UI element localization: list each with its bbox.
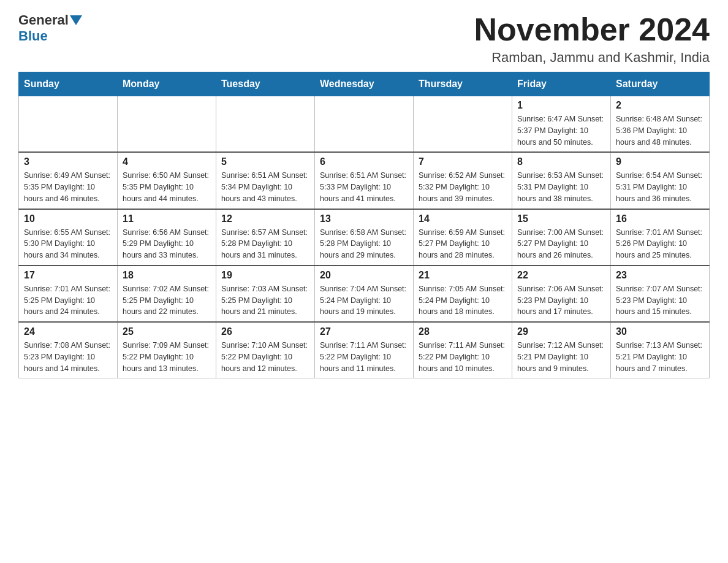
calendar-cell: 7Sunrise: 6:52 AM Sunset: 5:32 PM Daylig… [414, 152, 512, 209]
day-info: Sunrise: 6:50 AM Sunset: 5:35 PM Dayligh… [123, 170, 211, 204]
day-number: 12 [221, 213, 309, 224]
day-info: Sunrise: 7:04 AM Sunset: 5:24 PM Dayligh… [320, 283, 408, 318]
calendar-cell: 19Sunrise: 7:03 AM Sunset: 5:25 PM Dayli… [216, 266, 315, 322]
calendar-cell: 2Sunrise: 6:48 AM Sunset: 5:36 PM Daylig… [611, 96, 710, 153]
calendar-cell: 18Sunrise: 7:02 AM Sunset: 5:25 PM Dayli… [118, 266, 216, 322]
calendar-cell: 5Sunrise: 6:51 AM Sunset: 5:34 PM Daylig… [216, 152, 315, 209]
calendar-cell: 10Sunrise: 6:55 AM Sunset: 5:30 PM Dayli… [19, 209, 118, 266]
day-info: Sunrise: 6:52 AM Sunset: 5:32 PM Dayligh… [419, 170, 507, 204]
day-number: 28 [419, 326, 507, 337]
week-row-1: 1Sunrise: 6:47 AM Sunset: 5:37 PM Daylig… [19, 96, 710, 153]
day-info: Sunrise: 6:56 AM Sunset: 5:29 PM Dayligh… [123, 227, 211, 261]
calendar-cell: 8Sunrise: 6:53 AM Sunset: 5:31 PM Daylig… [512, 152, 611, 209]
header-day-saturday: Saturday [611, 72, 710, 96]
day-info: Sunrise: 6:48 AM Sunset: 5:36 PM Dayligh… [616, 113, 704, 148]
calendar-cell: 29Sunrise: 7:12 AM Sunset: 5:21 PM Dayli… [512, 322, 611, 378]
header-row: SundayMondayTuesdayWednesdayThursdayFrid… [19, 72, 710, 96]
logo-blue: Blue [18, 28, 48, 44]
calendar-cell: 23Sunrise: 7:07 AM Sunset: 5:23 PM Dayli… [611, 266, 710, 322]
logo-blue-text: Blue [18, 28, 48, 44]
header-day-sunday: Sunday [19, 72, 118, 96]
calendar-cell: 25Sunrise: 7:09 AM Sunset: 5:22 PM Dayli… [118, 322, 216, 378]
day-number: 27 [320, 326, 408, 337]
day-number: 26 [221, 326, 309, 337]
day-info: Sunrise: 7:09 AM Sunset: 5:22 PM Dayligh… [123, 340, 211, 374]
calendar-cell: 12Sunrise: 6:57 AM Sunset: 5:28 PM Dayli… [216, 209, 315, 266]
header-day-thursday: Thursday [414, 72, 512, 96]
day-info: Sunrise: 7:07 AM Sunset: 5:23 PM Dayligh… [616, 283, 704, 318]
week-row-2: 3Sunrise: 6:49 AM Sunset: 5:35 PM Daylig… [19, 152, 710, 209]
logo-triangle-icon [70, 15, 82, 25]
day-number: 30 [616, 326, 704, 337]
header-day-tuesday: Tuesday [216, 72, 315, 96]
day-number: 5 [221, 156, 309, 167]
calendar-cell: 16Sunrise: 7:01 AM Sunset: 5:26 PM Dayli… [611, 209, 710, 266]
day-number: 21 [419, 270, 507, 281]
day-number: 6 [320, 156, 408, 167]
day-info: Sunrise: 6:49 AM Sunset: 5:35 PM Dayligh… [24, 170, 112, 204]
day-info: Sunrise: 7:11 AM Sunset: 5:22 PM Dayligh… [419, 340, 507, 374]
day-info: Sunrise: 7:01 AM Sunset: 5:25 PM Dayligh… [24, 283, 112, 318]
header-day-wednesday: Wednesday [315, 72, 414, 96]
day-number: 18 [123, 270, 211, 281]
calendar-cell: 9Sunrise: 6:54 AM Sunset: 5:31 PM Daylig… [611, 152, 710, 209]
day-info: Sunrise: 7:01 AM Sunset: 5:26 PM Dayligh… [616, 227, 704, 261]
day-number: 25 [123, 326, 211, 337]
day-number: 9 [616, 156, 704, 167]
day-info: Sunrise: 6:53 AM Sunset: 5:31 PM Dayligh… [517, 170, 605, 204]
day-number: 11 [123, 213, 211, 224]
calendar-cell: 1Sunrise: 6:47 AM Sunset: 5:37 PM Daylig… [512, 96, 611, 153]
calendar-cell: 30Sunrise: 7:13 AM Sunset: 5:21 PM Dayli… [611, 322, 710, 378]
day-number: 14 [419, 213, 507, 224]
day-number: 20 [320, 270, 408, 281]
day-number: 13 [320, 213, 408, 224]
day-info: Sunrise: 7:10 AM Sunset: 5:22 PM Dayligh… [221, 340, 309, 374]
calendar-cell [216, 96, 315, 153]
header-day-monday: Monday [118, 72, 216, 96]
header-day-friday: Friday [512, 72, 611, 96]
calendar-cell: 6Sunrise: 6:51 AM Sunset: 5:33 PM Daylig… [315, 152, 414, 209]
week-row-5: 24Sunrise: 7:08 AM Sunset: 5:23 PM Dayli… [19, 322, 710, 378]
day-number: 1 [517, 100, 605, 111]
day-info: Sunrise: 6:51 AM Sunset: 5:33 PM Dayligh… [320, 170, 408, 204]
calendar-cell: 14Sunrise: 6:59 AM Sunset: 5:27 PM Dayli… [414, 209, 512, 266]
calendar-cell: 26Sunrise: 7:10 AM Sunset: 5:22 PM Dayli… [216, 322, 315, 378]
day-number: 2 [616, 100, 704, 111]
day-number: 16 [616, 213, 704, 224]
day-number: 29 [517, 326, 605, 337]
calendar-cell: 11Sunrise: 6:56 AM Sunset: 5:29 PM Dayli… [118, 209, 216, 266]
calendar-cell: 17Sunrise: 7:01 AM Sunset: 5:25 PM Dayli… [19, 266, 118, 322]
subtitle: Ramban, Jammu and Kashmir, India [474, 50, 710, 66]
day-info: Sunrise: 7:00 AM Sunset: 5:27 PM Dayligh… [517, 227, 605, 261]
calendar-cell [414, 96, 512, 153]
day-info: Sunrise: 6:55 AM Sunset: 5:30 PM Dayligh… [24, 227, 112, 261]
logo: General Blue [18, 12, 83, 44]
calendar-cell: 20Sunrise: 7:04 AM Sunset: 5:24 PM Dayli… [315, 266, 414, 322]
calendar-table: SundayMondayTuesdayWednesdayThursdayFrid… [18, 72, 710, 378]
day-number: 19 [221, 270, 309, 281]
day-info: Sunrise: 7:05 AM Sunset: 5:24 PM Dayligh… [419, 283, 507, 318]
calendar-cell [19, 96, 118, 153]
day-info: Sunrise: 7:12 AM Sunset: 5:21 PM Dayligh… [517, 340, 605, 374]
day-number: 17 [24, 270, 112, 281]
day-info: Sunrise: 7:11 AM Sunset: 5:22 PM Dayligh… [320, 340, 408, 374]
day-info: Sunrise: 7:08 AM Sunset: 5:23 PM Dayligh… [24, 340, 112, 374]
header: General Blue November 2024 Ramban, Jammu… [18, 12, 710, 66]
calendar-cell: 4Sunrise: 6:50 AM Sunset: 5:35 PM Daylig… [118, 152, 216, 209]
calendar-cell: 22Sunrise: 7:06 AM Sunset: 5:23 PM Dayli… [512, 266, 611, 322]
day-number: 24 [24, 326, 112, 337]
day-info: Sunrise: 6:54 AM Sunset: 5:31 PM Dayligh… [616, 170, 704, 204]
day-info: Sunrise: 7:06 AM Sunset: 5:23 PM Dayligh… [517, 283, 605, 318]
calendar-cell [118, 96, 216, 153]
day-info: Sunrise: 6:57 AM Sunset: 5:28 PM Dayligh… [221, 227, 309, 261]
logo-general: General [18, 12, 69, 28]
calendar-cell [315, 96, 414, 153]
week-row-3: 10Sunrise: 6:55 AM Sunset: 5:30 PM Dayli… [19, 209, 710, 266]
calendar-cell: 21Sunrise: 7:05 AM Sunset: 5:24 PM Dayli… [414, 266, 512, 322]
calendar-cell: 28Sunrise: 7:11 AM Sunset: 5:22 PM Dayli… [414, 322, 512, 378]
day-number: 10 [24, 213, 112, 224]
day-number: 15 [517, 213, 605, 224]
calendar-cell: 24Sunrise: 7:08 AM Sunset: 5:23 PM Dayli… [19, 322, 118, 378]
calendar-cell: 13Sunrise: 6:58 AM Sunset: 5:28 PM Dayli… [315, 209, 414, 266]
title-area: November 2024 Ramban, Jammu and Kashmir,… [474, 12, 710, 66]
